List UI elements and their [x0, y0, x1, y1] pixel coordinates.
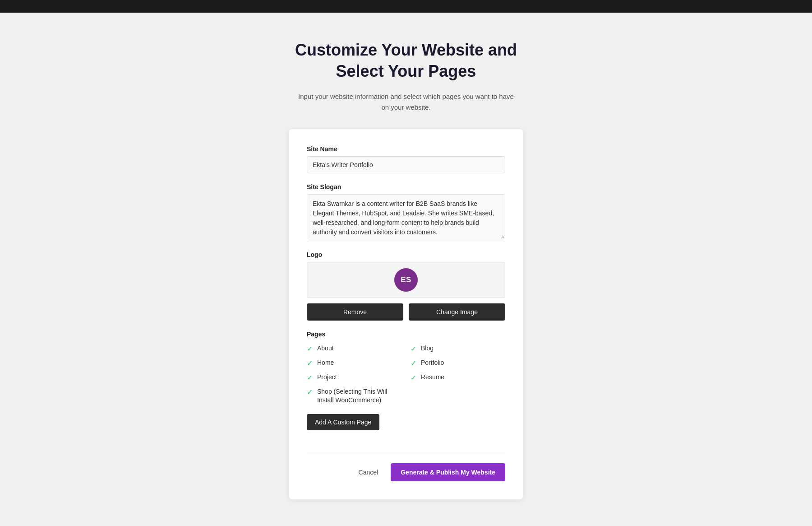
page-item-portfolio: ✓ Portfolio: [411, 358, 505, 368]
check-icon-about: ✓: [307, 344, 313, 353]
page-name-resume: Resume: [421, 373, 444, 382]
check-icon-home: ✓: [307, 359, 313, 368]
site-name-field: Site Name: [307, 145, 505, 173]
pages-section: Pages ✓ About ✓ Blog ✓ Home ✓: [307, 330, 505, 443]
page-item-about: ✓ About: [307, 344, 401, 353]
publish-button[interactable]: Generate & Publish My Website: [391, 463, 505, 481]
cancel-button[interactable]: Cancel: [353, 465, 384, 479]
logo-avatar: ES: [394, 268, 418, 292]
logo-initials: ES: [401, 275, 411, 284]
page-item-resume: ✓ Resume: [411, 373, 505, 382]
site-name-label: Site Name: [307, 145, 505, 153]
site-slogan-label: Site Slogan: [307, 183, 505, 191]
page-name-shop: Shop (Selecting This Will Install WooCom…: [317, 387, 401, 405]
page-name-blog: Blog: [421, 344, 434, 353]
page-subtitle: Input your website information and selec…: [298, 91, 514, 113]
remove-button[interactable]: Remove: [307, 303, 403, 321]
site-name-input[interactable]: [307, 156, 505, 173]
pages-grid: ✓ About ✓ Blog ✓ Home ✓ Portfolio: [307, 344, 505, 405]
page-item-project: ✓ Project: [307, 373, 401, 382]
page-wrapper: Customize Your Website andSelect Your Pa…: [0, 13, 812, 526]
logo-field: Logo ES Remove Change Image: [307, 251, 505, 321]
add-custom-page-button[interactable]: Add A Custom Page: [307, 414, 379, 430]
page-name-about: About: [317, 344, 334, 353]
logo-preview: ES: [307, 262, 505, 298]
check-icon-blog: ✓: [411, 344, 416, 353]
site-slogan-field: Site Slogan Ekta Swarnkar is a content w…: [307, 183, 505, 241]
check-icon-shop: ✓: [307, 388, 313, 396]
page-title: Customize Your Website andSelect Your Pa…: [295, 40, 517, 82]
logo-buttons: Remove Change Image: [307, 303, 505, 321]
page-name-project: Project: [317, 373, 337, 382]
form-card: Site Name Site Slogan Ekta Swarnkar is a…: [289, 129, 523, 499]
page-name-home: Home: [317, 358, 334, 368]
check-icon-portfolio: ✓: [411, 359, 416, 368]
page-name-portfolio: Portfolio: [421, 358, 444, 368]
check-icon-resume: ✓: [411, 373, 416, 382]
pages-label: Pages: [307, 330, 505, 338]
divider: [307, 453, 505, 453]
page-item-shop: ✓ Shop (Selecting This Will Install WooC…: [307, 387, 401, 405]
check-icon-project: ✓: [307, 373, 313, 382]
site-slogan-input[interactable]: Ekta Swarnkar is a content writer for B2…: [307, 194, 505, 239]
logo-label: Logo: [307, 251, 505, 258]
top-bar: [0, 0, 812, 13]
page-item-home: ✓ Home: [307, 358, 401, 368]
change-image-button[interactable]: Change Image: [409, 303, 505, 321]
page-item-blog: ✓ Blog: [411, 344, 505, 353]
action-row: Cancel Generate & Publish My Website: [307, 463, 505, 481]
